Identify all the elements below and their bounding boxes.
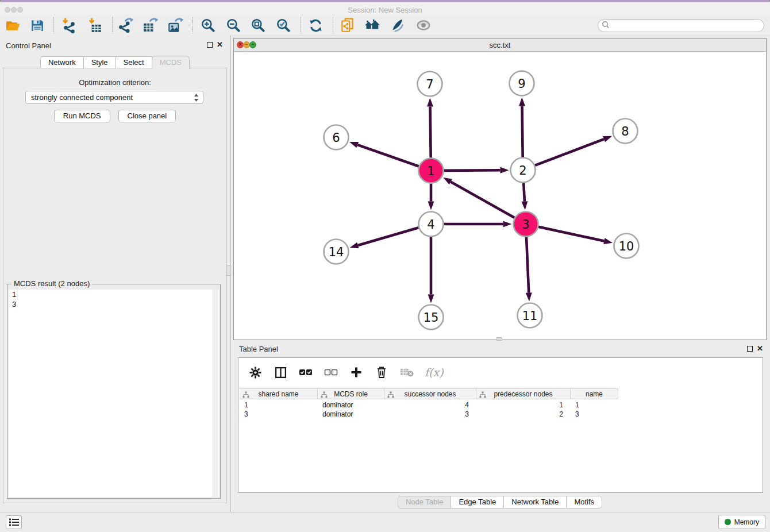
criterion-dropdown[interactable]: strongly connected component <box>25 91 203 104</box>
float-table-panel-icon[interactable] <box>747 346 753 352</box>
tab-motifs[interactable]: Motifs <box>566 496 602 508</box>
table-row[interactable]: 3 dominator 3 2 3 <box>240 410 618 419</box>
search-icon <box>602 21 610 31</box>
cell-name[interactable]: 1 <box>571 400 618 410</box>
search-field[interactable] <box>598 19 764 32</box>
clone-network-icon[interactable] <box>338 16 357 35</box>
cell-name[interactable]: 3 <box>571 410 618 419</box>
birds-eye-view-icon[interactable] <box>414 16 433 35</box>
select-all-icon[interactable] <box>298 365 313 380</box>
network-window-title: scc.txt <box>234 41 766 49</box>
graph-edge-2-9[interactable] <box>522 106 523 157</box>
export-image-icon[interactable] <box>165 16 185 35</box>
cell-successor-nodes[interactable]: 3 <box>384 410 476 419</box>
memory-label: Memory <box>734 518 759 526</box>
network-canvas[interactable]: 7968124314101511 <box>234 51 766 340</box>
home-icon[interactable] <box>363 16 382 35</box>
graph-edge-3-10[interactable] <box>538 227 604 241</box>
tab-edge-table[interactable]: Edge Table <box>451 496 504 508</box>
table-panel: Table Panel ✕ <box>233 342 767 510</box>
tab-style[interactable]: Style <box>83 56 116 69</box>
column-header-shared-name[interactable]: shared name <box>240 388 318 399</box>
mcds-result-group: MCDS result (2 nodes) 1 3 <box>7 284 221 499</box>
tab-network-table[interactable]: Network Table <box>503 496 567 508</box>
zoom-in-icon[interactable] <box>198 16 218 35</box>
table-row[interactable]: 1 dominator 4 1 1 <box>240 400 618 410</box>
window-titlebar[interactable]: Session: New Session <box>0 2 770 16</box>
tab-mcds[interactable]: MCDS <box>152 56 190 69</box>
graph-node-label: 4 <box>427 218 434 232</box>
search-input[interactable] <box>612 21 764 30</box>
zoom-fit-icon[interactable] <box>248 16 268 35</box>
window-title: Session: New Session <box>0 6 770 14</box>
show-column-panel-icon[interactable] <box>273 365 288 380</box>
cell-mcds-role[interactable]: dominator <box>318 410 384 419</box>
graph-edge-1-7[interactable] <box>430 106 431 157</box>
memory-button[interactable]: Memory <box>718 515 765 529</box>
open-session-icon[interactable] <box>3 16 22 35</box>
graph-edge-1-2[interactable] <box>444 170 500 171</box>
graph-edge-4-14[interactable] <box>358 228 418 245</box>
horizontal-splitter-handle[interactable] <box>496 337 502 341</box>
cell-predecessor-nodes[interactable]: 1 <box>476 400 571 410</box>
tab-node-table[interactable]: Node Table <box>398 496 452 508</box>
graph-edge-arrow <box>519 97 525 106</box>
graphics-details-icon[interactable] <box>388 16 407 35</box>
export-network-icon[interactable] <box>116 16 136 35</box>
graph-edge-arrow <box>428 202 434 210</box>
graph-node-label: 2 <box>519 164 526 178</box>
delete-column-icon[interactable] <box>374 365 389 380</box>
graph-node-label: 8 <box>621 125 629 138</box>
table-settings-icon[interactable] <box>248 365 263 380</box>
zoom-selected-icon[interactable] <box>274 16 293 35</box>
cell-successor-nodes[interactable]: 4 <box>384 400 476 410</box>
save-session-icon[interactable] <box>27 16 47 35</box>
network-window-titlebar[interactable]: ✕ − + scc.txt <box>234 38 766 52</box>
column-header-mcds-role[interactable]: MCDS role <box>318 388 384 399</box>
close-panel-icon[interactable]: ✕ <box>217 41 223 48</box>
add-column-icon[interactable] <box>349 365 364 380</box>
cell-shared-name[interactable]: 3 <box>240 410 318 419</box>
graph-edge-3-1[interactable] <box>451 182 514 218</box>
graph-node-label: 11 <box>522 309 538 323</box>
cell-mcds-role[interactable]: dominator <box>318 400 384 410</box>
control-panel: Control Panel ✕ Network Style Select MCD… <box>0 36 230 512</box>
import-table-icon[interactable] <box>85 16 105 35</box>
graph-edge-2-3[interactable] <box>523 183 525 201</box>
graph-node-label: 6 <box>332 131 340 145</box>
export-table-icon[interactable] <box>140 16 160 35</box>
mcds-result-list[interactable]: 1 3 <box>9 290 219 497</box>
cell-predecessor-nodes[interactable]: 2 <box>476 410 571 419</box>
function-builder-icon: f(x) <box>425 366 444 379</box>
close-table-panel-icon[interactable]: ✕ <box>757 345 763 352</box>
deselect-all-icon[interactable] <box>324 365 338 380</box>
criterion-value: strongly connected component <box>31 93 133 102</box>
tree-icon <box>387 391 394 400</box>
graph-edge-3-11[interactable] <box>526 237 529 292</box>
graph-node-label: 9 <box>518 77 525 91</box>
zoom-out-icon[interactable] <box>224 16 243 35</box>
tab-network[interactable]: Network <box>40 56 84 69</box>
dropdown-stepper-icon <box>194 93 199 104</box>
toolbar-separator <box>333 17 333 33</box>
graph-edge-arrow <box>443 178 452 184</box>
column-header-successor-nodes[interactable]: successor nodes <box>384 388 476 399</box>
vertical-splitter-handle[interactable] <box>226 265 231 276</box>
column-header-name[interactable]: name <box>571 388 618 399</box>
graph-edge-1-6[interactable] <box>357 145 419 166</box>
graph-edge-arrow <box>349 142 359 148</box>
table-toolbar: f(x) <box>238 358 763 387</box>
graph-edge-arrow <box>350 242 359 249</box>
tab-select[interactable]: Select <box>116 56 152 69</box>
refresh-icon[interactable] <box>306 16 325 35</box>
task-history-button[interactable] <box>6 515 22 529</box>
result-scrollbar[interactable] <box>213 290 218 497</box>
column-header-predecessor-nodes[interactable]: predecessor nodes <box>476 388 571 399</box>
close-panel-button[interactable]: Close panel <box>118 110 176 122</box>
import-network-icon[interactable] <box>59 16 78 35</box>
run-mcds-button[interactable]: Run MCDS <box>54 110 110 122</box>
graph-edge-2-8[interactable] <box>535 139 604 165</box>
cell-shared-name[interactable]: 1 <box>240 400 318 410</box>
float-panel-icon[interactable] <box>207 42 213 48</box>
graph-edge-arrow <box>428 295 434 303</box>
